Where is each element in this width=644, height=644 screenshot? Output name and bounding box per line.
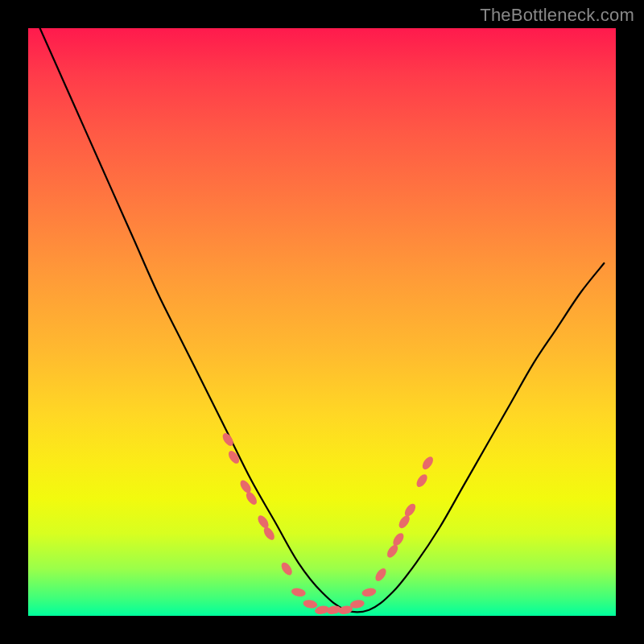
valley-dot [262, 526, 277, 542]
valley-dot [279, 560, 295, 576]
valley-dot [415, 473, 430, 489]
valley-dot [374, 567, 389, 583]
valley-dot [256, 514, 271, 530]
valley-dots [221, 431, 436, 616]
valley-dot [303, 599, 319, 609]
valley-dot [244, 490, 259, 506]
plot-area [28, 28, 616, 616]
valley-dot [402, 502, 418, 518]
valley-dot [397, 514, 412, 530]
valley-dot [361, 587, 378, 597]
valley-dot [391, 531, 407, 547]
valley-dot [291, 587, 307, 597]
valley-dot [385, 543, 400, 559]
valley-dot [420, 455, 436, 471]
chart-frame: TheBottleneck.com [0, 0, 644, 644]
curve-layer [28, 28, 616, 616]
bottleneck-curve [40, 28, 605, 613]
watermark-text: TheBottleneck.com [480, 5, 634, 26]
